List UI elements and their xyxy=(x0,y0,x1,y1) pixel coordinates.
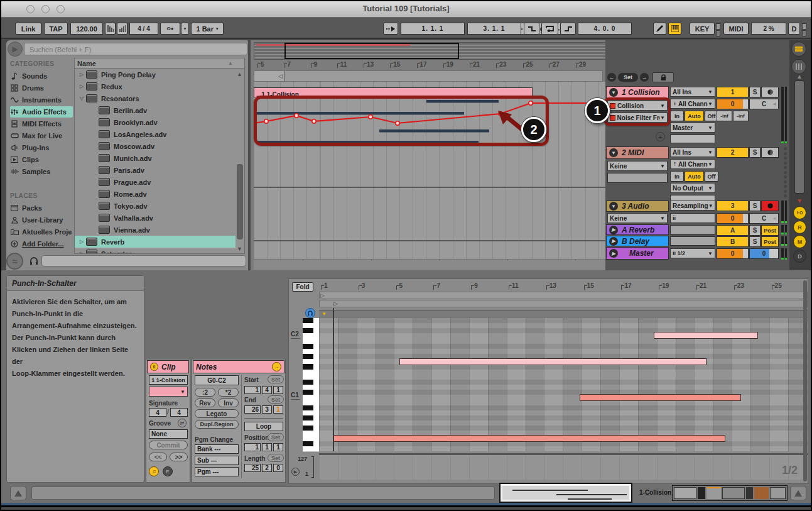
track3-volume[interactable]: 0 xyxy=(717,213,749,224)
list-item-resonators[interactable]: ▽Resonators xyxy=(75,92,235,104)
set-button[interactable]: Set xyxy=(618,73,638,82)
list-item-saturator[interactable]: ▷Saturator xyxy=(75,248,235,254)
sub-bank-field[interactable]: Sub --- xyxy=(195,456,239,465)
nudge-up-button[interactable] xyxy=(117,23,127,35)
clip-envelope-tab-icon[interactable]: E xyxy=(163,466,173,476)
sidebar-item-sounds[interactable]: Sounds xyxy=(10,70,73,82)
note-range-field[interactable]: G0-C2 xyxy=(195,375,239,385)
sidebar-item-midi-effects[interactable]: MIDI Effects xyxy=(10,118,73,129)
list-scrollbar[interactable] xyxy=(237,164,243,239)
lock-envelopes-button[interactable] xyxy=(652,72,674,82)
track1-pan[interactable]: C◄ xyxy=(749,99,779,109)
list-item-valhalla-adv[interactable]: Valhalla.adv xyxy=(75,212,235,224)
list-header[interactable]: Name ▲ xyxy=(75,58,244,69)
position-sixteenth[interactable]: 1 xyxy=(273,443,283,451)
link-button[interactable]: Link xyxy=(15,23,41,35)
loop-position-field[interactable]: 3. 1. 1 xyxy=(467,23,521,35)
list-item-berlin-adv[interactable]: Berlin.adv xyxy=(75,104,235,116)
list-item-tokyo-adv[interactable]: Tokyo.adv xyxy=(75,200,235,212)
clip-activator-icon[interactable]: 0 xyxy=(150,363,158,371)
device-chain-thumbnail[interactable] xyxy=(672,485,788,501)
list-item-rome-adv[interactable]: Rome.adv xyxy=(75,188,235,200)
track2-output-type[interactable]: No Output▼ xyxy=(670,183,715,193)
pgm-field[interactable]: Pgm --- xyxy=(195,467,239,476)
arrangement-scrub-area[interactable]: ◁ xyxy=(254,70,603,82)
track3-solo-button[interactable]: S xyxy=(749,201,761,211)
show-detail-toggle[interactable] xyxy=(790,486,806,500)
track3-input-type[interactable]: Resampling▼ xyxy=(670,201,715,211)
velocity-lane[interactable] xyxy=(319,453,808,480)
loop-toggle-button[interactable]: Loop xyxy=(244,422,283,431)
unfold-track-icon[interactable]: ▼ xyxy=(609,202,618,211)
arrangement-scrollbar[interactable] xyxy=(794,80,804,194)
return-b-solo-button[interactable]: S xyxy=(749,236,761,247)
sidebar-item-drums[interactable]: Drums xyxy=(10,82,73,94)
metronome-button[interactable]: O● xyxy=(160,23,180,35)
list-item-munich-adv[interactable]: Munich.adv xyxy=(75,152,235,164)
piano-white-key[interactable] xyxy=(303,446,319,452)
track1-output-type[interactable]: Master▼ xyxy=(670,123,715,133)
track-header-3-audio[interactable]: ▼ 3 Audio xyxy=(606,201,669,212)
master-volume[interactable]: 0 xyxy=(717,248,749,259)
track2-device-chooser[interactable]: Keine▼ xyxy=(607,161,668,171)
fold-track-icon[interactable]: ▶ xyxy=(609,226,618,234)
overview-view-rectangle[interactable] xyxy=(284,43,459,59)
start-sixteenth[interactable]: 1 xyxy=(273,386,283,394)
arrangement-bar-ruler[interactable]: 57911131517192123252729 xyxy=(254,60,605,70)
legato-button[interactable]: Legato xyxy=(195,409,239,418)
list-item-paris-adv[interactable]: Paris.adv xyxy=(75,164,235,176)
tempo-field[interactable]: 120.00 xyxy=(70,23,103,35)
end-beat[interactable]: 3 xyxy=(262,405,272,414)
track1-monitor-auto[interactable]: Auto xyxy=(685,111,704,121)
quantize-menu[interactable]: 1 Bar▾ xyxy=(191,23,224,35)
track1-arm-button[interactable] xyxy=(761,87,779,97)
track1-output-channel[interactable] xyxy=(670,135,715,143)
add-automation-lane-button[interactable]: + xyxy=(656,132,665,141)
preview-headphone-button[interactable] xyxy=(305,308,315,318)
sidebar-item-audio-effects[interactable]: Audio Effects xyxy=(10,106,73,118)
midi-loop-brace-2[interactable]: ▷ xyxy=(319,300,808,307)
show-io-button[interactable]: I·O xyxy=(793,206,806,219)
punch-in-button[interactable] xyxy=(524,23,539,35)
nudge-down-button[interactable] xyxy=(105,23,116,35)
loop-button[interactable] xyxy=(541,23,558,35)
length-sixteenth[interactable]: 0 xyxy=(273,464,283,472)
unfold-track-icon[interactable]: ▼ xyxy=(609,148,618,157)
midi-scrub-strip[interactable]: ▼ xyxy=(319,310,808,317)
tap-tempo-button[interactable]: TAP xyxy=(44,23,68,35)
list-item-moscow-adv[interactable]: Moscow.adv xyxy=(75,140,235,152)
sidebar-item-instruments[interactable]: Instruments xyxy=(10,94,73,106)
clip-color-chooser[interactable]: ▼ xyxy=(149,387,188,397)
loop-length-field[interactable]: 4. 0. 0 xyxy=(578,23,632,35)
length-set-button[interactable]: Set xyxy=(268,454,284,462)
next-clip-button[interactable]: >> xyxy=(170,453,188,461)
track1-monitor-in[interactable]: In xyxy=(670,111,684,121)
preview-bar[interactable] xyxy=(41,255,246,266)
track2-monitor-auto[interactable]: Auto xyxy=(685,171,704,182)
track3-arm-button[interactable] xyxy=(761,201,779,211)
arrangement-scroll-down-icon[interactable]: ▼ xyxy=(796,197,803,204)
mixer-section-toggle[interactable] xyxy=(791,41,806,57)
collapse-icon[interactable]: ▽ xyxy=(77,96,86,101)
punch-out-button[interactable] xyxy=(560,23,576,35)
computer-midi-keyboard-button[interactable] xyxy=(668,23,681,35)
track3-pan[interactable]: C◄ xyxy=(749,213,779,224)
master-pan[interactable]: 0 xyxy=(749,248,779,259)
signature-denominator[interactable]: 4 xyxy=(170,408,188,417)
track2-input-channel[interactable]: ⋮All Channe▼ xyxy=(670,159,715,169)
return-b-header[interactable]: ▶ B Delay xyxy=(606,236,669,246)
bank-field[interactable]: Bank --- xyxy=(195,444,239,454)
list-item-reverb[interactable]: ▷Reverb xyxy=(75,236,235,248)
sidebar-item-max-for-live[interactable]: Max for Live xyxy=(10,130,73,141)
core-library-icon[interactable]: ≈ xyxy=(6,253,23,270)
show-mixer-button[interactable]: M xyxy=(793,235,806,248)
expand-icon[interactable]: ▷ xyxy=(77,239,86,245)
fold-panel-icon[interactable]: → xyxy=(272,362,281,371)
reverse-button[interactable]: Rev xyxy=(195,398,215,407)
midi-note[interactable] xyxy=(654,332,758,339)
prev-clip-button[interactable]: << xyxy=(149,453,167,461)
end-bar[interactable]: 26 xyxy=(244,405,261,414)
track2-solo-button[interactable]: S xyxy=(749,147,761,158)
return-b-activator[interactable]: B xyxy=(717,236,749,247)
end-set-button[interactable]: Set xyxy=(268,395,284,404)
